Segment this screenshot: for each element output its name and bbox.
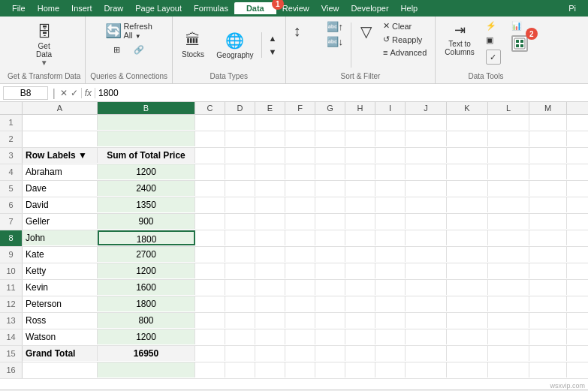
svg-rect-0 bbox=[514, 38, 525, 49]
menu-data[interactable]: Data 1 bbox=[234, 2, 276, 14]
grid-body: 1 2 bbox=[0, 115, 588, 379]
table-row: 12 Peterson 1800 bbox=[0, 296, 588, 313]
cell-row-labels[interactable]: Row Labels ▼ bbox=[23, 148, 98, 163]
col-header-m[interactable]: M bbox=[529, 102, 567, 114]
col-header-f[interactable]: F bbox=[285, 102, 315, 114]
edit-links-button[interactable]: 🔗 bbox=[130, 44, 148, 56]
column-headers: A B C D E F G H I J K L M bbox=[0, 102, 588, 115]
col-header-l[interactable]: L bbox=[488, 102, 529, 114]
sort-button[interactable]: ↕ bbox=[291, 20, 321, 43]
cell-b1[interactable] bbox=[98, 115, 195, 130]
data-validation-button[interactable]: ✓ bbox=[482, 48, 505, 66]
col-header-h[interactable]: H bbox=[345, 102, 375, 114]
text-to-columns-button[interactable]: ⇥ Text to Columns bbox=[440, 20, 478, 59]
stocks-button[interactable]: 🏛 Stocks bbox=[177, 29, 209, 61]
col-header-a[interactable]: A bbox=[23, 102, 98, 114]
col-header-i[interactable]: I bbox=[375, 102, 406, 114]
geography-button[interactable]: 🌐 Geography bbox=[212, 29, 258, 62]
get-data-icon: 🗄 bbox=[37, 23, 52, 41]
svg-rect-1 bbox=[516, 40, 519, 43]
col-header-g[interactable]: G bbox=[315, 102, 345, 114]
fx-label: fx bbox=[81, 88, 95, 98]
data-type-up-button[interactable]: ▲ bbox=[265, 32, 281, 44]
get-transform-label: Get & Transform Data bbox=[8, 72, 80, 80]
confirm-icon[interactable]: ✓ bbox=[71, 88, 78, 98]
cell-watson[interactable]: Watson bbox=[23, 329, 98, 344]
menu-help[interactable]: Help bbox=[395, 2, 424, 14]
menu-insert[interactable]: Insert bbox=[65, 2, 98, 14]
watermark: wsxvip.com bbox=[550, 382, 585, 389]
svg-rect-3 bbox=[516, 44, 519, 47]
ribbon-group-sort-filter: ↕ 🔤↑ 🔤↓ ▽ ✕ bbox=[286, 17, 436, 83]
cell-a1[interactable] bbox=[23, 115, 98, 130]
table-row: 8 John 1800 bbox=[0, 230, 588, 247]
properties-icon: ⊞ bbox=[113, 45, 120, 55]
formula-input[interactable] bbox=[98, 88, 585, 98]
table-row: 9 Kate 2700 bbox=[0, 247, 588, 263]
col-header-b[interactable]: B bbox=[98, 102, 195, 114]
remove-dup-icon: ▣ bbox=[486, 35, 493, 45]
table-row: 11 Kevin 1600 bbox=[0, 280, 588, 296]
reapply-button[interactable]: ↺ Reapply bbox=[379, 33, 430, 46]
formula-separator: | bbox=[51, 87, 57, 99]
sort-divider bbox=[351, 23, 351, 68]
filter-button[interactable]: ▽ bbox=[356, 20, 376, 44]
menu-pi[interactable]: Pi bbox=[562, 2, 582, 14]
cell-b4[interactable]: 1200 bbox=[98, 164, 195, 179]
table-row: 16 bbox=[0, 362, 588, 379]
properties-button[interactable]: ⊞ bbox=[110, 44, 124, 56]
table-row: 15 Grand Total 16950 bbox=[0, 346, 588, 362]
geography-icon: 🌐 bbox=[225, 32, 244, 50]
data-tools-label: Data Tools bbox=[469, 72, 504, 80]
ribbon-group-queries: 🔄 Refresh All ▼ ⊞ 🔗 Queries & Connection… bbox=[86, 17, 173, 83]
table-row: 2 bbox=[0, 131, 588, 148]
sort-filter-label: Sort & Filter bbox=[341, 72, 381, 80]
svg-rect-4 bbox=[520, 44, 523, 47]
clear-button[interactable]: ✕ Clear bbox=[379, 20, 430, 32]
table-row: 13 Ross 800 bbox=[0, 313, 588, 329]
cell-b8-selected[interactable]: 1800 bbox=[98, 230, 195, 245]
data-val-icon: ✓ bbox=[486, 50, 501, 65]
menu-developer[interactable]: Developer bbox=[345, 2, 394, 14]
data-tools-badge: 2 bbox=[526, 28, 538, 40]
cell-grand-total-label[interactable]: Grand Total bbox=[23, 346, 98, 361]
text-to-columns-icon: ⇥ bbox=[454, 22, 466, 38]
table-row: 6 David 1350 bbox=[0, 197, 588, 214]
cell-reference-input[interactable] bbox=[3, 86, 48, 100]
spreadsheet: A B C D E F G H I J K L M 1 bbox=[0, 102, 588, 389]
col-header-c[interactable]: C bbox=[195, 102, 225, 114]
cell-a4[interactable]: Abraham bbox=[23, 164, 98, 179]
reapply-icon: ↺ bbox=[383, 35, 390, 44]
cancel-icon[interactable]: ✕ bbox=[60, 88, 68, 98]
row-num-1: 1 bbox=[0, 115, 23, 131]
queries-label: Queries & Connections bbox=[90, 72, 167, 80]
edit-links-icon: 🔗 bbox=[134, 45, 144, 55]
menu-formulas[interactable]: Formulas bbox=[188, 2, 234, 14]
cell-grand-total-value[interactable]: 16950 bbox=[98, 346, 195, 361]
menu-file[interactable]: File bbox=[6, 2, 32, 14]
flash-fill-button[interactable]: ⚡ bbox=[482, 20, 505, 32]
col-header-j[interactable]: J bbox=[406, 102, 447, 114]
data-type-down-button[interactable]: ▼ bbox=[265, 46, 281, 58]
cell-c1[interactable] bbox=[195, 115, 225, 130]
col-header-k[interactable]: K bbox=[447, 102, 488, 114]
sort-az-button[interactable]: 🔤↑ bbox=[324, 20, 347, 34]
refresh-all-button[interactable]: 🔄 Refresh All ▼ bbox=[101, 20, 157, 42]
menu-view[interactable]: View bbox=[315, 2, 345, 14]
menu-draw[interactable]: Draw bbox=[98, 2, 130, 14]
cell-sum-total-price[interactable]: Sum of Total Price bbox=[98, 148, 195, 163]
col-header-d[interactable]: D bbox=[225, 102, 255, 114]
remove-duplicates-button[interactable]: ▣ bbox=[482, 34, 505, 47]
col-header-e[interactable]: E bbox=[255, 102, 285, 114]
menu-home[interactable]: Home bbox=[32, 2, 65, 14]
get-data-button[interactable]: 🗄 Get Data ▼ bbox=[29, 21, 59, 69]
flash-fill-icon: ⚡ bbox=[486, 21, 496, 31]
clear-icon: ✕ bbox=[383, 21, 390, 31]
data-types-label: Data Types bbox=[210, 72, 248, 80]
forecast-button[interactable]: 2 bbox=[508, 34, 532, 53]
sort-za-button[interactable]: 🔤↓ bbox=[324, 35, 347, 49]
ribbon: 🗄 Get Data ▼ Get & Transform Data 🔄 Refr… bbox=[0, 17, 588, 84]
advanced-button[interactable]: ≡ Advanced bbox=[379, 47, 430, 59]
menu-page-layout[interactable]: Page Layout bbox=[129, 2, 188, 14]
refresh-icon: 🔄 bbox=[105, 23, 122, 39]
